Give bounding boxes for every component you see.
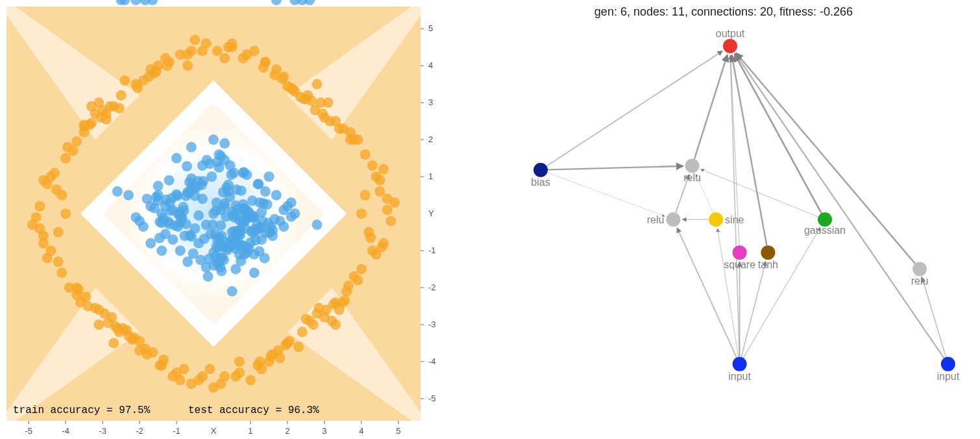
graph-node-label: square	[724, 259, 755, 270]
data-point	[251, 235, 261, 245]
graph-node-relu1	[685, 158, 700, 173]
graph-node-label: tanh	[758, 259, 778, 270]
data-point	[73, 284, 84, 295]
data-point	[71, 136, 82, 147]
graph-edge	[922, 278, 946, 357]
data-point	[90, 303, 101, 313]
data-point	[204, 364, 215, 374]
data-point	[53, 227, 64, 238]
data-point	[34, 201, 45, 212]
data-point	[334, 123, 345, 134]
data-point	[193, 210, 204, 221]
data-point	[214, 162, 225, 173]
data-point	[367, 160, 378, 171]
graph-node-output	[723, 39, 737, 53]
graph-title: gen: 6, nodes: 11, connections: 20, fitn…	[594, 5, 853, 18]
data-point	[138, 221, 149, 232]
graph-node-square	[733, 245, 747, 260]
data-point	[38, 175, 49, 186]
graph-edge	[548, 166, 683, 170]
data-point	[227, 207, 238, 217]
data-point	[273, 345, 284, 356]
graph-node-bias	[533, 163, 548, 177]
network-graph-chart: gen: 6, nodes: 11, connections: 20, fitn…	[467, 0, 980, 439]
data-point	[190, 34, 201, 45]
y-tick-label: 4	[428, 60, 433, 70]
data-point	[293, 342, 304, 352]
data-point	[326, 316, 337, 326]
data-point	[306, 95, 317, 106]
data-point	[339, 295, 350, 306]
data-point	[153, 181, 164, 191]
graph-node-relu3	[913, 262, 927, 276]
data-point	[247, 195, 258, 206]
y-tick-label: 3	[428, 97, 433, 107]
graph-node-label: relu	[683, 172, 701, 183]
data-point	[271, 0, 282, 5]
data-point	[121, 325, 132, 335]
graph-edge	[547, 173, 665, 217]
data-point	[286, 212, 297, 222]
data-point	[186, 142, 197, 153]
data-point	[64, 282, 75, 293]
data-point	[51, 184, 62, 195]
data-point	[365, 232, 376, 243]
data-point	[227, 42, 238, 53]
graph-edge	[735, 53, 944, 358]
data-point	[239, 216, 250, 226]
data-point	[60, 153, 71, 164]
graph-node-tanh	[761, 245, 775, 260]
graph-node-label: output	[716, 28, 745, 39]
y-tick-label: 2	[428, 134, 433, 144]
graph-node-relu2	[666, 212, 680, 227]
data-point	[254, 179, 264, 189]
data-point	[234, 368, 245, 378]
data-point	[116, 90, 127, 101]
x-tick-label: 2	[285, 426, 289, 436]
data-point	[143, 71, 154, 82]
data-point	[153, 190, 164, 201]
data-point	[374, 186, 385, 197]
data-point	[45, 245, 56, 256]
data-point	[101, 114, 112, 125]
data-point	[156, 245, 167, 256]
x-tick-label: -4	[62, 426, 69, 436]
test-accuracy-text: test accuracy = 96.3%	[188, 405, 319, 416]
data-point	[178, 364, 189, 374]
data-point	[356, 264, 367, 274]
data-point	[300, 314, 311, 324]
data-point	[343, 281, 354, 291]
graph-node-label: relu	[647, 214, 665, 225]
data-point	[249, 268, 260, 278]
x-tick-label: -5	[25, 426, 32, 436]
data-point	[185, 230, 195, 240]
graph-node-label: input	[937, 371, 959, 382]
data-point	[223, 180, 234, 190]
data-point	[258, 62, 269, 73]
data-point	[251, 225, 262, 236]
data-point	[282, 81, 293, 92]
y-tick-label: -2	[428, 282, 436, 292]
graph-node-label: gaussian	[804, 225, 846, 236]
graph-node-label: bias	[531, 177, 550, 188]
x-tick-label: 3	[322, 426, 326, 436]
data-point	[376, 242, 387, 252]
data-point	[188, 249, 199, 259]
data-point	[208, 220, 218, 230]
data-point	[145, 238, 156, 249]
data-point	[99, 308, 110, 319]
data-point	[352, 275, 363, 286]
data-point	[175, 245, 186, 256]
data-point	[149, 203, 160, 214]
data-point	[108, 338, 119, 348]
data-point	[237, 240, 247, 251]
data-point	[119, 75, 130, 86]
data-point	[84, 119, 95, 130]
data-point	[172, 191, 182, 201]
data-point	[265, 227, 275, 238]
data-point	[219, 138, 230, 149]
data-point	[193, 238, 204, 249]
data-point	[123, 190, 134, 201]
data-point	[162, 60, 173, 71]
data-point	[382, 205, 393, 215]
